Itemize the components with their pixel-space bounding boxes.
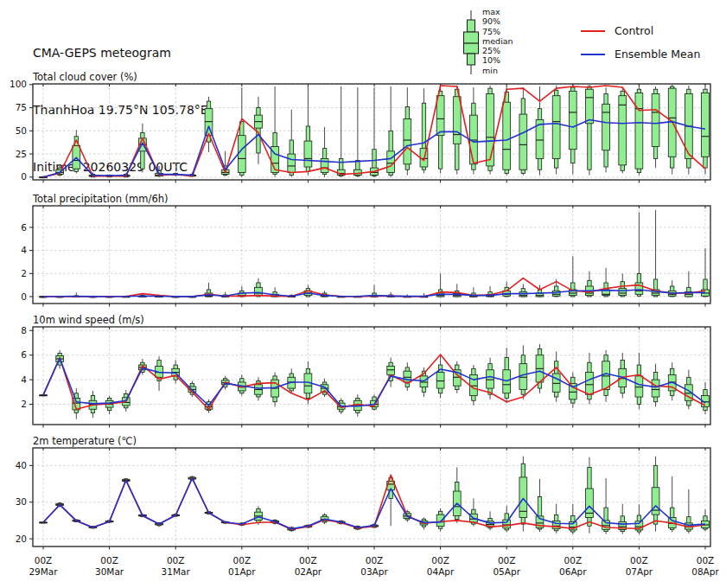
xtick-time: 00Z bbox=[498, 555, 516, 566]
cloud-ytick-label: 75 bbox=[16, 102, 27, 112]
xtick-time: 00Z bbox=[697, 555, 715, 566]
xtick-date: 04Apr bbox=[427, 566, 455, 577]
xtick-date: 06Apr bbox=[559, 566, 587, 577]
xtick-date: 01Apr bbox=[228, 566, 256, 577]
x-axis-labels: 00Z29Mar00Z30Mar00Z31Mar00Z01Apr00Z02Apr… bbox=[29, 555, 719, 577]
wind-ytick-label: 8 bbox=[21, 325, 27, 336]
xtick-date: 08Apr bbox=[691, 566, 719, 577]
xtick-time: 00Z bbox=[35, 555, 53, 566]
xtick-date: 03Apr bbox=[360, 566, 388, 577]
precip-ytick-label: 6 bbox=[21, 222, 27, 233]
xtick-time: 00Z bbox=[630, 555, 648, 566]
xtick-time: 00Z bbox=[100, 555, 118, 566]
xtick-time: 00Z bbox=[431, 555, 449, 566]
meteogram-chart: 02550751000246246820304000Z29Mar00Z30Mar… bbox=[0, 0, 726, 588]
xtick-time: 00Z bbox=[564, 555, 583, 566]
xtick-time: 00Z bbox=[299, 555, 317, 566]
cloud-ytick-label: 0 bbox=[21, 171, 27, 182]
xtick-date: 29Mar bbox=[29, 566, 58, 577]
xtick-date: 07Apr bbox=[626, 566, 653, 577]
temp-ytick-label: 40 bbox=[16, 460, 27, 470]
precip-ytick-label: 2 bbox=[21, 268, 27, 278]
precip-ytick-label: 4 bbox=[21, 245, 27, 255]
temp-ytick-label: 30 bbox=[16, 496, 27, 507]
panel-wind: 2468 bbox=[21, 325, 710, 428]
cloud-ytick-label: 25 bbox=[16, 149, 27, 159]
xtick-date: 30Mar bbox=[95, 566, 124, 577]
xtick-date: 31Mar bbox=[162, 566, 191, 577]
xtick-date: 02Apr bbox=[295, 566, 322, 577]
xtick-time: 00Z bbox=[366, 555, 384, 566]
panel-cloud: 0255075100 bbox=[10, 79, 710, 182]
cloud-ytick-label: 50 bbox=[16, 125, 27, 136]
cloud-boxplots bbox=[40, 85, 710, 178]
xtick-time: 00Z bbox=[167, 555, 185, 566]
temp-ytick-label: 20 bbox=[16, 534, 27, 544]
meteogram-figure: CMA-GEPS meteogram ThanhHoa 19.75°N 105.… bbox=[0, 0, 726, 588]
precip-ytick-label: 0 bbox=[21, 291, 27, 302]
wind-ytick-label: 4 bbox=[21, 374, 27, 385]
xtick-date: 05Apr bbox=[493, 566, 520, 577]
panel-temp: 203040 bbox=[16, 448, 710, 550]
cloud-ytick-label: 100 bbox=[10, 79, 27, 89]
wind-ytick-label: 6 bbox=[21, 349, 27, 360]
panel-precip: 0246 bbox=[21, 206, 710, 307]
xtick-time: 00Z bbox=[233, 555, 252, 566]
wind-ytick-label: 2 bbox=[21, 399, 27, 409]
